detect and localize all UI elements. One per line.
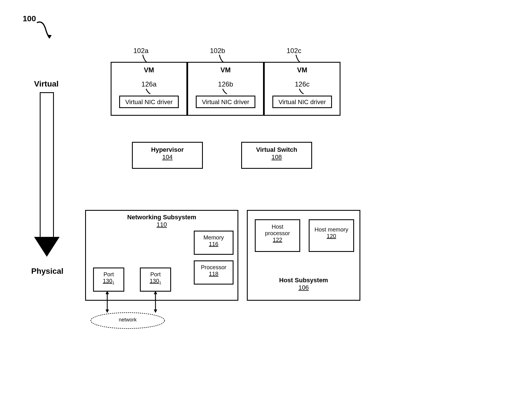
virtual-to-physical-arrow xyxy=(40,92,65,257)
host-processor-ref: 122 xyxy=(256,237,299,243)
port-a-ref: 1301 xyxy=(94,278,123,285)
host-processor-title: Host processor xyxy=(256,224,299,237)
vm-b-nic-leader xyxy=(221,88,230,94)
axis-label-virtual: Virtual xyxy=(34,79,59,89)
processor-title: Processor xyxy=(195,264,233,271)
port-b-box: Port 1301 xyxy=(140,268,171,292)
networking-subsystem-ref: 110 xyxy=(86,221,237,228)
vswitch-box: Virtual Switch 108 xyxy=(241,142,312,169)
host-memory-box: Host memory 120 xyxy=(309,219,354,252)
vswitch-title: Virtual Switch xyxy=(242,146,311,153)
svg-marker-2 xyxy=(106,291,109,294)
vm-c-nic-leader xyxy=(298,88,306,94)
hypervisor-ref: 104 xyxy=(133,153,202,161)
host-subsystem-box: Host processor 122 Host memory 120 Host … xyxy=(247,210,360,301)
figure-number-leader xyxy=(34,17,57,43)
port-a-box: Port 1301 xyxy=(93,268,124,292)
hypervisor-title: Hypervisor xyxy=(133,146,202,153)
host-processor-box: Host processor 122 xyxy=(255,219,300,252)
network-label: network xyxy=(88,317,167,323)
memory-title: Memory xyxy=(195,234,233,241)
processor-ref: 118 xyxy=(195,271,233,277)
memory-ref: 116 xyxy=(195,241,233,247)
vm-b-title: VM xyxy=(188,66,263,74)
hypervisor-box: Hypervisor 104 xyxy=(132,142,203,169)
vm-a: VM 126a Virtual NIC driver xyxy=(111,62,187,116)
networking-subsystem-box: Networking Subsystem 110 Memory 116 Proc… xyxy=(85,210,238,301)
vm-b: VM 126b Virtual NIC driver xyxy=(187,62,264,116)
vm-c: VM 126c Virtual NIC driver xyxy=(264,62,340,116)
networking-subsystem-title: Networking Subsystem xyxy=(86,214,237,221)
port-b-ref: 1301 xyxy=(141,278,170,285)
vm-c-title: VM xyxy=(265,66,340,74)
processor-box: Processor 118 xyxy=(194,260,234,285)
network-cloud: network xyxy=(88,311,167,330)
vm-a-nic: Virtual NIC driver xyxy=(119,96,179,108)
host-subsystem-ref: 106 xyxy=(248,284,359,291)
vm-a-title: VM xyxy=(112,66,186,74)
vswitch-ref: 108 xyxy=(242,153,311,161)
host-memory-ref: 120 xyxy=(310,233,353,239)
host-memory-title: Host memory xyxy=(310,226,353,233)
vm-b-nic: Virtual NIC driver xyxy=(196,96,255,108)
port-b-title: Port xyxy=(141,271,170,278)
axis-label-physical: Physical xyxy=(31,267,64,276)
vm-c-nic: Virtual NIC driver xyxy=(272,96,332,108)
port-a-title: Port xyxy=(94,271,123,278)
vm-b-nic-ref: 126b xyxy=(188,80,263,88)
vm-a-nic-leader xyxy=(145,88,153,94)
svg-marker-5 xyxy=(154,291,157,294)
vm-a-nic-ref: 126a xyxy=(112,80,186,88)
memory-box: Memory 116 xyxy=(194,231,234,255)
vm-c-nic-ref: 126c xyxy=(265,80,340,88)
host-subsystem-title: Host Subsystem xyxy=(248,277,359,284)
